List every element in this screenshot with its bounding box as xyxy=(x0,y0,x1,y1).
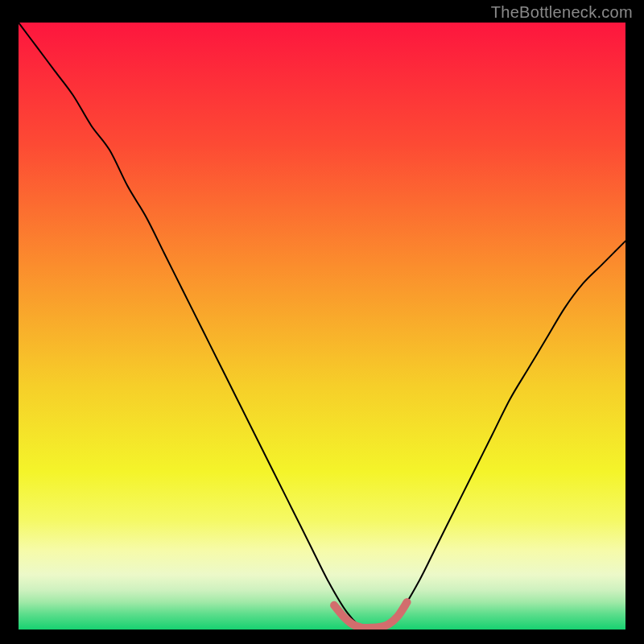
watermark-text: TheBottleneck.com xyxy=(491,3,633,22)
chart-frame: TheBottleneck.com xyxy=(0,0,644,644)
chart-svg xyxy=(19,23,625,630)
chart-plot xyxy=(19,23,625,630)
chart-background xyxy=(19,23,625,630)
